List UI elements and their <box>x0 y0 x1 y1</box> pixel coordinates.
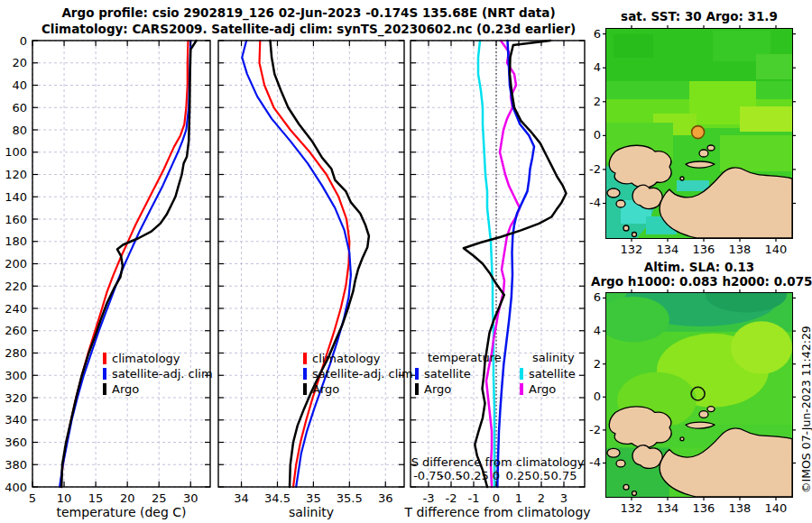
argo-swatch <box>103 383 106 395</box>
y-tick-label: 140 <box>5 190 27 204</box>
satellite-clim-swatch <box>103 368 106 380</box>
legend-label: Argo <box>312 382 339 396</box>
legend-item-t-satellite: satellite <box>415 366 502 381</box>
x-tick-label: 10 <box>57 491 72 505</box>
y-tick-label: 60 <box>12 101 27 115</box>
sla-map-subtitle: Argo h1000: 0.083 h2000: 0.075 <box>591 274 807 289</box>
legend-label: Argo <box>529 382 556 396</box>
legend-label: satellite <box>529 367 576 381</box>
lon-tick-label: 140 <box>758 501 794 515</box>
x-tick-label: 30 <box>183 491 198 505</box>
y-tick-label: 280 <box>5 346 27 360</box>
legend-label: satellite-adj. clim <box>112 367 213 381</box>
page-subtitle: Climatology: CARS2009. Satellite-adj cli… <box>0 22 617 36</box>
x-tick-label: -1 <box>468 491 480 505</box>
satellite-clim-swatch <box>303 368 307 380</box>
legend-label: Argo <box>424 382 451 396</box>
lon-tick-label: 138 <box>722 243 758 256</box>
lat-tick-label: 0 <box>576 128 601 142</box>
difference-panel: -3-2-10123 <box>411 41 585 505</box>
s-difference-tick-label: 0.25 <box>506 469 532 482</box>
x-tick-label: -2 <box>446 491 457 505</box>
lon-tick-label: 136 <box>686 501 722 515</box>
y-tick-label: 40 <box>12 78 27 92</box>
lon-tick-label: 134 <box>650 243 686 256</box>
y-tick-label: 340 <box>5 413 27 427</box>
x-tick-label: 2 <box>538 491 545 505</box>
y-tick-label: 100 <box>5 145 27 159</box>
lat-tick-label: -2 <box>576 162 601 176</box>
lat-tick-label: 0 <box>576 390 601 403</box>
lat-tick-label: -2 <box>576 423 601 436</box>
lat-tick-label: -4 <box>576 196 601 209</box>
x-tick-label: 25 <box>152 491 167 505</box>
s-difference-tick-label: 0.75 <box>551 469 577 482</box>
salinity-panel: 3434.53535.536 <box>218 41 404 505</box>
lat-tick-label: 6 <box>576 27 601 41</box>
climatology-swatch <box>103 353 106 364</box>
legend-item-t-argo: Argo <box>415 381 502 397</box>
sla-map-title: Altim. SLA: 0.13 <box>595 260 803 274</box>
sst-map-title: sat. SST: 30 Argo: 31.9 <box>595 9 803 23</box>
legend-item-s-satellite: satellite <box>520 366 576 381</box>
s-difference-tick-label: 0.5 <box>532 469 551 482</box>
legend-s-difference: salinity satellite Argo <box>520 351 576 397</box>
x-tick-label: 15 <box>88 491 104 505</box>
argo-swatch <box>303 383 307 395</box>
lon-tick-label: 134 <box>650 501 686 515</box>
legend-label: satellite-adj. clim <box>312 367 413 381</box>
x-tick-label: 36 <box>378 491 393 505</box>
y-tick-label: 120 <box>5 168 27 181</box>
temperature-panel: 5101520253002040608010012014016018020022… <box>5 34 210 506</box>
s-satellite-swatch <box>520 368 523 380</box>
y-tick-label: 320 <box>5 391 27 405</box>
t-satellite-swatch <box>415 368 419 380</box>
legend-item-argo: Argo <box>103 381 213 397</box>
climatology-swatch <box>303 353 307 364</box>
x-tick-label: 1 <box>515 491 522 505</box>
x-tick-label: 34 <box>234 491 249 505</box>
x-tick-label: 34.5 <box>264 491 291 505</box>
y-tick-label: 240 <box>5 302 27 316</box>
x-tick-label: 3 <box>560 491 567 505</box>
y-tick-label: 180 <box>5 234 27 248</box>
y-tick-label: 300 <box>5 369 27 382</box>
legend-label: satellite <box>424 367 471 381</box>
sst-map <box>606 29 792 238</box>
t-difference-axis-label: T difference from climatology <box>404 505 591 519</box>
legend-salinity-panel: climatology satellite-adj. clim Argo <box>303 351 413 397</box>
sla-map <box>606 293 792 497</box>
legend-header-temperature: temperature <box>415 351 502 366</box>
legend-item-s-argo: Argo <box>520 381 576 397</box>
lat-tick-label: 4 <box>576 60 601 74</box>
lon-tick-label: 132 <box>614 501 650 515</box>
imos-watermark: ©IMOS 07-Jun-2023 11:42:29 <box>799 326 812 493</box>
y-tick-label: 20 <box>12 56 27 69</box>
x-tick-label: 20 <box>120 491 135 505</box>
lon-tick-label: 138 <box>722 501 758 515</box>
y-tick-label: 160 <box>5 213 27 226</box>
legend-label: climatology <box>112 352 180 365</box>
lon-tick-label: 140 <box>758 243 794 256</box>
t-argo-swatch <box>415 383 419 395</box>
x-tick-label: 35 <box>306 491 321 505</box>
y-tick-label: 80 <box>12 124 27 137</box>
y-tick-label: 260 <box>5 324 27 337</box>
lat-tick-label: 2 <box>576 95 601 108</box>
s-difference-axis-label: S difference from climatology <box>408 455 587 469</box>
salinity-axis-label: salinity <box>218 505 404 519</box>
s-difference-tick-label: 0 <box>493 469 500 482</box>
legend-item-argo: Argo <box>303 381 413 397</box>
y-tick-label: 380 <box>5 458 27 472</box>
legend-label: climatology <box>312 352 381 365</box>
page-title: Argo profile: csio 2902819_126 02-Jun-20… <box>0 5 617 20</box>
legend-temperature-panel: climatology satellite-adj. clim Argo <box>103 351 213 397</box>
argo-position-marker <box>692 126 705 139</box>
argo-profile-report: Argo profile: csio 2902819_126 02-Jun-20… <box>0 0 812 523</box>
lon-tick-label: 136 <box>686 243 722 256</box>
lat-tick-label: 4 <box>576 324 601 337</box>
y-tick-label: 360 <box>5 436 27 449</box>
x-tick-label: -3 <box>423 491 435 505</box>
y-tick-label: 200 <box>5 257 27 271</box>
legend-item-climatology: climatology <box>303 351 413 366</box>
